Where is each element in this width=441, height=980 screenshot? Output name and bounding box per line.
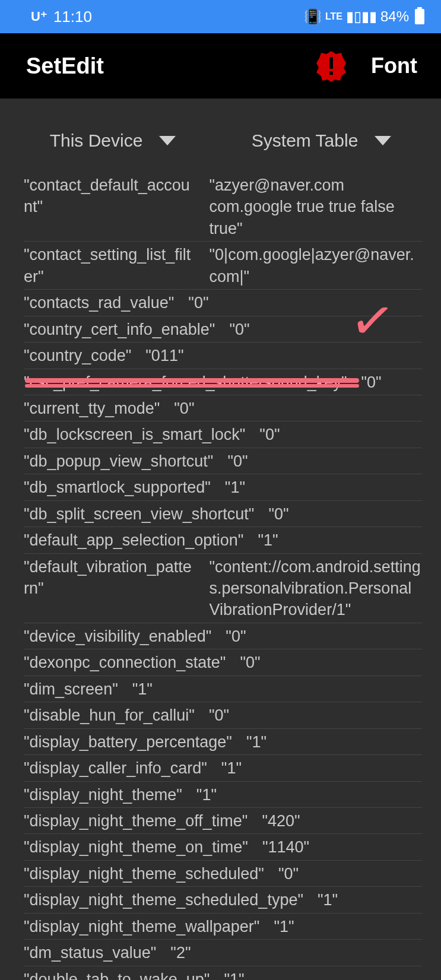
clock: 11:10	[53, 8, 92, 26]
settings-table[interactable]: "contact_default_account""azyer@naver.co…	[0, 172, 441, 980]
setting-key: "contact_default_account"	[24, 175, 195, 218]
setting-key: "display_night_theme_wallpaper"	[24, 916, 259, 937]
setting-value: "420"	[262, 810, 300, 832]
setting-value: "1"	[258, 529, 278, 551]
app-bar-actions: Font	[315, 50, 417, 82]
alert-badge-icon[interactable]	[315, 50, 347, 82]
table-row[interactable]: "dm_status_value""2"	[24, 940, 422, 966]
table-row[interactable]: "display_night_theme_wallpaper""1"	[24, 914, 422, 940]
setting-value: "0"	[188, 292, 208, 313]
battery-percentage: 84%	[380, 8, 409, 25]
setting-value: "0|com.google|azyer@naver.com|"	[210, 244, 422, 287]
table-row[interactable]: "contacts_rad_value""0"	[24, 290, 422, 316]
table-row[interactable]: "country_cert_info_enable""0"	[24, 316, 422, 342]
svg-rect-2	[329, 71, 333, 75]
setting-value: "1140"	[262, 836, 309, 858]
table-row[interactable]: "double_tab_to_wake_up""1"	[24, 966, 422, 980]
table-dropdown-label: System Table	[252, 131, 358, 151]
setting-key: "display_battery_percentage"	[24, 731, 232, 753]
chevron-down-icon	[159, 136, 176, 145]
dropdown-row: This Device System Table	[0, 99, 441, 172]
setting-value: "1"	[224, 969, 244, 980]
setting-key: "db_smartlock_supported"	[24, 477, 211, 498]
network-label: LTE	[325, 11, 342, 22]
table-row[interactable]: "display_night_theme_scheduled""0"	[24, 861, 422, 887]
table-row[interactable]: "display_night_theme_scheduled_type""1"	[24, 887, 422, 913]
setting-key: "contacts_rad_value"	[24, 292, 174, 313]
setting-key: "default_vibration_pattern"	[24, 556, 195, 600]
font-button[interactable]: Font	[371, 53, 417, 78]
setting-value: "0"	[174, 398, 194, 419]
table-row[interactable]: "country_code""011"	[24, 342, 422, 369]
table-row[interactable]: "db_split_screen_view_shortcut""0"	[24, 501, 422, 527]
table-row[interactable]: "csc_pref_camera_forced_shuttersound_key…	[24, 369, 422, 395]
setting-key: "device_visibility_enabled"	[24, 626, 211, 647]
table-row[interactable]: "contact_default_account""azyer@naver.co…	[24, 172, 422, 242]
table-row[interactable]: "contact_setting_list_filter""0|com.goog…	[24, 242, 422, 290]
setting-key: "dim_screen"	[24, 678, 118, 700]
svg-rect-1	[329, 57, 333, 69]
app-title: SetEdit	[26, 53, 104, 79]
setting-value: "1"	[274, 916, 294, 937]
setting-key: "display_night_theme_scheduled_type"	[24, 889, 303, 911]
device-dropdown[interactable]: This Device	[50, 131, 176, 151]
table-row[interactable]: "display_caller_info_card""1"	[24, 755, 422, 781]
table-row[interactable]: "dexonpc_connection_state""0"	[24, 649, 422, 675]
table-row[interactable]: "default_vibration_pattern""content://co…	[24, 554, 422, 623]
setting-key: "dexonpc_connection_state"	[24, 652, 226, 673]
device-dropdown-label: This Device	[50, 131, 143, 151]
setting-key: "double_tab_to_wake_up"	[24, 969, 210, 980]
table-row[interactable]: "db_smartlock_supported""1"	[24, 474, 422, 500]
setting-value: "0"	[361, 372, 381, 393]
setting-value: "0"	[229, 319, 249, 340]
table-row[interactable]: "dim_screen""1"	[24, 676, 422, 702]
setting-key: "display_night_theme_scheduled"	[24, 863, 264, 884]
table-row[interactable]: "current_tty_mode""0"	[24, 395, 422, 421]
setting-value: "0"	[240, 652, 260, 673]
setting-value: "011"	[145, 345, 183, 366]
setting-key: "db_lockscreen_is_smart_lock"	[24, 424, 245, 445]
table-row[interactable]: "display_night_theme_on_time""1140"	[24, 834, 422, 860]
setting-key: "contact_setting_list_filter"	[24, 244, 195, 287]
setting-value: "0"	[259, 424, 280, 445]
setting-key: "dm_status_value"	[24, 942, 156, 963]
signal-icon: ▮▯▮▮	[346, 8, 377, 25]
setting-value: "0"	[268, 503, 288, 525]
setting-key: "display_night_theme_on_time"	[24, 836, 248, 858]
setting-key: "db_popup_view_shortcut"	[24, 451, 213, 472]
status-right: 📳 LTE ▮▯▮▮ 84%	[304, 8, 424, 25]
table-dropdown[interactable]: System Table	[252, 131, 392, 151]
table-row[interactable]: "display_night_theme_off_time""420"	[24, 808, 422, 834]
setting-value: "2"	[170, 942, 191, 963]
table-row[interactable]: "default_app_selection_option""1"	[24, 527, 422, 553]
table-row[interactable]: "db_popup_view_shortcut""0"	[24, 448, 422, 474]
table-row[interactable]: "db_lockscreen_is_smart_lock""0"	[24, 421, 422, 448]
chevron-down-icon	[375, 136, 391, 145]
setting-value: "0"	[226, 626, 246, 647]
setting-key: "default_app_selection_option"	[24, 529, 243, 551]
setting-key: "db_split_screen_view_shortcut"	[24, 503, 254, 525]
vibrate-icon: 📳	[304, 8, 322, 25]
setting-key: "display_caller_info_card"	[24, 757, 207, 779]
table-row[interactable]: "device_visibility_enabled""0"	[24, 623, 422, 649]
table-row[interactable]: "display_night_theme""1"	[24, 782, 422, 808]
setting-value: "0"	[209, 705, 229, 726]
setting-key: "current_tty_mode"	[24, 398, 160, 419]
setting-key: "disable_hun_for_callui"	[24, 705, 195, 726]
setting-value: "1"	[225, 477, 245, 498]
setting-value: "1"	[318, 889, 338, 911]
table-row[interactable]: "disable_hun_for_callui""0"	[24, 702, 422, 728]
setting-key: "country_cert_info_enable"	[24, 319, 215, 340]
setting-key: "csc_pref_camera_forced_shuttersound_key…	[24, 372, 347, 393]
setting-key: "display_night_theme_off_time"	[24, 810, 248, 832]
setting-value: "0"	[278, 863, 299, 884]
setting-key: "display_night_theme"	[24, 784, 182, 805]
table-row[interactable]: "display_battery_percentage""1"	[24, 729, 422, 755]
setting-value: "0"	[227, 451, 248, 472]
setting-key: "country_code"	[24, 345, 131, 366]
setting-value: "content://com.android.settings.personal…	[210, 556, 422, 621]
setting-value: "1"	[196, 784, 217, 805]
status-left: U⁺ 11:10	[31, 8, 92, 26]
carrier-label: U⁺	[31, 9, 47, 24]
battery-icon	[415, 9, 424, 24]
